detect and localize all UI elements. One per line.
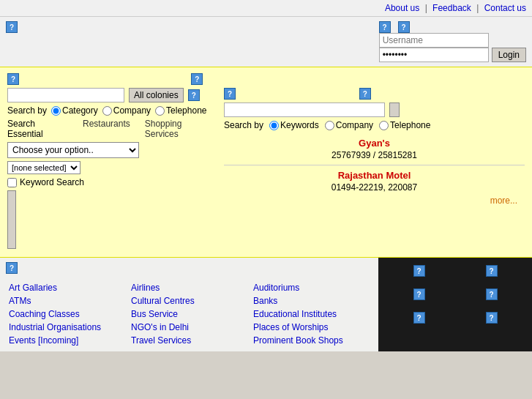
category-radio-label[interactable]: Category bbox=[51, 105, 98, 116]
header-icons-row: ? ? bbox=[379, 21, 526, 33]
header-icon-1: ? bbox=[379, 21, 391, 33]
separator2: | bbox=[476, 3, 479, 13]
left-panel: ? Art Gallaries ATMs Coaching Classes In… bbox=[0, 258, 378, 351]
feedback-link[interactable]: Feedback bbox=[432, 3, 471, 13]
more-link[interactable]: more... bbox=[490, 195, 517, 206]
right-search-icon-1: ? bbox=[224, 88, 236, 100]
company-radio[interactable] bbox=[102, 106, 112, 116]
search-row2: Search by Category Company Telephone bbox=[7, 105, 212, 116]
result-2: Rajasthan Motel 01494-22219, 220087 bbox=[224, 170, 525, 193]
right-search-icon-2: ? bbox=[359, 88, 371, 100]
category-dropdown[interactable]: Choose your option.. bbox=[7, 142, 139, 158]
cat-bookshops[interactable]: Prominent Book Shops bbox=[253, 334, 370, 347]
search-top-icons: ? ? bbox=[7, 73, 525, 85]
result-1-phone: 25767939 / 25815281 bbox=[224, 150, 525, 160]
restaurants-tab[interactable]: Restaurants bbox=[83, 119, 130, 139]
none-selected-dropdown[interactable]: [none selected] bbox=[7, 161, 80, 174]
result-1: Gyan's 25767939 / 25815281 bbox=[224, 138, 525, 160]
rp-icon-4: ? bbox=[458, 288, 525, 300]
cat-travel[interactable]: Travel Services bbox=[131, 334, 247, 347]
categories-tab-row: Search Essential Restaurants Shopping Se… bbox=[7, 119, 212, 139]
header-icon-2: ? bbox=[398, 21, 410, 33]
header-left: ? bbox=[6, 21, 18, 33]
cat-banks[interactable]: Banks bbox=[253, 294, 370, 307]
keyword-text-input[interactable] bbox=[224, 102, 385, 117]
header-right: ? ? Login bbox=[379, 21, 526, 62]
keyword-check-row: Keyword Search bbox=[7, 177, 212, 187]
main-layout: ? Art Gallaries ATMs Coaching Classes In… bbox=[0, 258, 532, 351]
result-1-name: Gyan's bbox=[224, 138, 525, 149]
search-controls: Choose your option.. [none selected] Key… bbox=[7, 142, 212, 187]
cat-places-worships[interactable]: Places of Worships bbox=[253, 321, 370, 334]
search-left-col: All colonies ? Search by Category Compan… bbox=[7, 88, 212, 251]
keyword-checkbox[interactable] bbox=[7, 178, 17, 187]
company-radio-label[interactable]: Company bbox=[102, 105, 151, 116]
cat-bus[interactable]: Bus Service bbox=[131, 307, 247, 321]
cat-events[interactable]: Events [Incoming] bbox=[9, 334, 125, 347]
category-radio[interactable] bbox=[51, 106, 61, 116]
icon-grid-row3: ? ? bbox=[383, 309, 528, 327]
category-columns: Art Gallaries ATMs Coaching Classes Indu… bbox=[6, 281, 372, 347]
shopping-services-tab[interactable]: Shopping Services bbox=[145, 119, 212, 139]
right-keywords-label[interactable]: Keywords bbox=[269, 120, 319, 130]
right-search-by-row: Search by Keywords Company Telephone bbox=[224, 120, 525, 130]
cat-auditoriums[interactable]: Auditoriums bbox=[253, 281, 370, 294]
result-2-phone: 01494-22219, 220087 bbox=[224, 182, 525, 193]
rp-icon-1: ? bbox=[386, 265, 452, 277]
search-right-col: ? ? Search by Keywords bbox=[224, 88, 525, 251]
right-panel: ? ? ? ? ? ? bbox=[378, 258, 532, 351]
all-colonies-button[interactable]: All colonies bbox=[129, 88, 184, 102]
telephone-radio-label[interactable]: Telephone bbox=[155, 105, 206, 116]
right-company-label[interactable]: Company bbox=[325, 120, 373, 130]
search-icon-1: ? bbox=[7, 73, 19, 85]
login-button[interactable]: Login bbox=[492, 48, 526, 62]
category-col-3: Auditoriums Banks Educational Institutes… bbox=[250, 281, 372, 347]
cat-educational[interactable]: Educational Institutes bbox=[253, 307, 370, 321]
left-scrollbar[interactable] bbox=[7, 190, 16, 249]
location-search-input[interactable] bbox=[7, 88, 124, 102]
category-col-1: Art Gallaries ATMs Coaching Classes Indu… bbox=[6, 281, 128, 347]
rp-icon-6: ? bbox=[458, 312, 525, 324]
icon-grid-row2: ? ? bbox=[383, 286, 528, 303]
right-search-by-label: Search by bbox=[224, 120, 263, 130]
search-icon-2: ? bbox=[191, 73, 203, 85]
password-row: Login bbox=[379, 48, 526, 62]
top-bar: About us | Feedback | Contact us bbox=[0, 0, 532, 17]
cat-art-gallaries[interactable]: Art Gallaries bbox=[9, 281, 125, 294]
result-divider-1 bbox=[224, 165, 525, 165]
search-essential-label: Search Essential bbox=[7, 119, 68, 139]
right-scrollbar[interactable] bbox=[389, 102, 400, 117]
search-section: ? ? All colonies ? Search by bbox=[0, 67, 532, 258]
results-area: Gyan's 25767939 / 25815281 Rajasthan Mot… bbox=[224, 135, 525, 209]
more-link-row: more... bbox=[224, 195, 525, 206]
result-2-name: Rajasthan Motel bbox=[224, 170, 525, 181]
cat-cultural[interactable]: Cultural Centres bbox=[131, 294, 247, 307]
category-section: Art Gallaries ATMs Coaching Classes Indu… bbox=[6, 277, 372, 347]
cat-atms[interactable]: ATMs bbox=[9, 294, 125, 307]
password-input[interactable] bbox=[379, 48, 489, 62]
cat-airlines[interactable]: Airlines bbox=[131, 281, 247, 294]
rp-icon-5: ? bbox=[386, 312, 452, 324]
right-keywords-radio[interactable] bbox=[269, 121, 279, 130]
keyword-search-label: Keyword Search bbox=[20, 177, 84, 187]
category-col-2: Airlines Cultural Centres Bus Service NG… bbox=[128, 281, 250, 347]
username-input[interactable] bbox=[379, 33, 489, 48]
icon-grid-row1: ? ? bbox=[383, 262, 528, 280]
right-telephone-label[interactable]: Telephone bbox=[379, 120, 430, 130]
contact-us-link[interactable]: Contact us bbox=[484, 3, 526, 13]
telephone-radio[interactable] bbox=[155, 106, 165, 116]
cat-industrial[interactable]: Industrial Organisations bbox=[9, 321, 125, 334]
search-combined: All colonies ? Search by Category Compan… bbox=[7, 88, 525, 251]
separator1: | bbox=[425, 3, 427, 13]
rp-icon-3: ? bbox=[386, 288, 452, 300]
cat-ngos[interactable]: NGO's in Delhi bbox=[131, 321, 247, 334]
right-search-row bbox=[224, 102, 525, 117]
about-us-link[interactable]: About us bbox=[385, 3, 419, 13]
search-row1: All colonies ? bbox=[7, 88, 212, 102]
panel-icon: ? bbox=[6, 262, 18, 274]
right-telephone-radio[interactable] bbox=[379, 121, 389, 130]
search-by-label: Search by bbox=[7, 105, 47, 116]
login-row bbox=[379, 33, 526, 48]
right-company-radio[interactable] bbox=[325, 121, 334, 130]
cat-coaching-classes[interactable]: Coaching Classes bbox=[9, 307, 125, 321]
